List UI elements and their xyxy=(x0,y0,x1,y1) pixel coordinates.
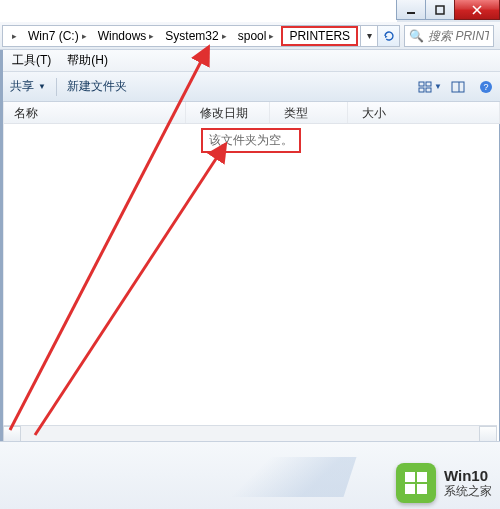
preview-pane-icon xyxy=(451,80,465,94)
search-input[interactable] xyxy=(428,29,489,43)
breadcrumb-label: spool xyxy=(238,29,267,43)
windows-logo-icon xyxy=(403,470,429,496)
column-headers: 名称 修改日期 类型 大小 xyxy=(0,102,500,124)
address-bar-row: ▸ Win7 (C:) ▸ Windows ▸ System32 ▸ spool… xyxy=(0,22,500,50)
chevron-right-icon: ▸ xyxy=(79,31,90,41)
minimize-icon xyxy=(406,5,416,15)
address-dropdown[interactable]: ▾ xyxy=(361,30,377,41)
search-box[interactable]: 🔍 xyxy=(404,25,494,47)
chevron-right-icon: ▸ xyxy=(146,31,157,41)
address-bar-tail: ▾ xyxy=(361,25,400,47)
close-icon xyxy=(471,5,483,15)
search-icon: 🔍 xyxy=(409,29,424,43)
horizontal-scrollbar[interactable] xyxy=(3,425,497,441)
svg-rect-13 xyxy=(417,472,427,482)
svg-text:?: ? xyxy=(483,82,488,92)
breadcrumb-item-system32[interactable]: System32 ▸ xyxy=(161,26,233,46)
empty-folder-message: 该文件夹为空。 xyxy=(201,128,301,153)
close-button[interactable] xyxy=(454,0,500,20)
chevron-right-icon: ▸ xyxy=(219,31,230,41)
chevron-down-icon: ▼ xyxy=(434,82,442,91)
new-folder-label: 新建文件夹 xyxy=(67,78,127,95)
chevron-right-icon: ▸ xyxy=(266,31,277,41)
window-caption-buttons xyxy=(397,0,500,22)
file-list-pane[interactable]: 该文件夹为空。 xyxy=(0,124,500,441)
explorer-window: ▸ Win7 (C:) ▸ Windows ▸ System32 ▸ spool… xyxy=(0,0,500,509)
menu-tools[interactable]: 工具(T) xyxy=(4,50,59,71)
column-size[interactable]: 大小 xyxy=(348,102,500,123)
watermark-line2: 系统之家 xyxy=(444,485,492,498)
breadcrumb-item-drive[interactable]: Win7 (C:) ▸ xyxy=(24,26,94,46)
maximize-button[interactable] xyxy=(425,0,455,20)
svg-rect-7 xyxy=(426,88,431,92)
view-options-button[interactable]: ▼ xyxy=(416,75,444,99)
watermark-line1: Win10 xyxy=(444,468,492,485)
new-folder-button[interactable]: 新建文件夹 xyxy=(57,72,137,101)
svg-rect-6 xyxy=(419,88,424,92)
breadcrumb-label: PRINTERS xyxy=(289,29,350,43)
breadcrumb-label: Windows xyxy=(98,29,147,43)
command-bar: 共享 ▼ 新建文件夹 ▼ ? xyxy=(0,72,500,102)
svg-rect-14 xyxy=(405,484,415,494)
breadcrumb[interactable]: ▸ Win7 (C:) ▸ Windows ▸ System32 ▸ spool… xyxy=(2,25,361,47)
svg-rect-5 xyxy=(426,82,431,86)
svg-rect-4 xyxy=(419,82,424,86)
column-date[interactable]: 修改日期 xyxy=(186,102,270,123)
watermark: Win10 系统之家 xyxy=(396,463,492,503)
breadcrumb-label: System32 xyxy=(165,29,218,43)
help-button[interactable]: ? xyxy=(472,75,500,99)
svg-rect-1 xyxy=(436,6,444,14)
svg-rect-15 xyxy=(417,484,427,494)
share-menu[interactable]: 共享 ▼ xyxy=(0,72,56,101)
column-name[interactable]: 名称 xyxy=(0,102,186,123)
watermark-badge xyxy=(396,463,436,503)
preview-pane-button[interactable] xyxy=(444,75,472,99)
breadcrumb-label: Win7 (C:) xyxy=(28,29,79,43)
breadcrumb-item-printers[interactable]: PRINTERS xyxy=(281,26,358,46)
breadcrumb-item-windows[interactable]: Windows ▸ xyxy=(94,26,162,46)
watermark-text: Win10 系统之家 xyxy=(444,468,492,498)
breadcrumb-item-spool[interactable]: spool ▸ xyxy=(234,26,282,46)
column-type[interactable]: 类型 xyxy=(270,102,348,123)
svg-rect-0 xyxy=(407,12,415,14)
refresh-button[interactable] xyxy=(377,26,399,46)
view-icon xyxy=(418,80,432,94)
chevron-down-icon: ▼ xyxy=(38,82,46,91)
breadcrumb-chevron[interactable]: ▸ xyxy=(5,26,24,46)
menu-help[interactable]: 帮助(H) xyxy=(59,50,116,71)
help-icon: ? xyxy=(479,80,493,94)
menu-bar: 工具(T) 帮助(H) xyxy=(0,50,500,72)
share-label: 共享 xyxy=(10,78,34,95)
svg-rect-8 xyxy=(452,82,464,92)
maximize-icon xyxy=(435,5,445,15)
nav-splitter[interactable] xyxy=(3,102,4,441)
svg-rect-12 xyxy=(405,472,415,482)
minimize-button[interactable] xyxy=(396,0,426,20)
refresh-icon xyxy=(382,29,396,43)
